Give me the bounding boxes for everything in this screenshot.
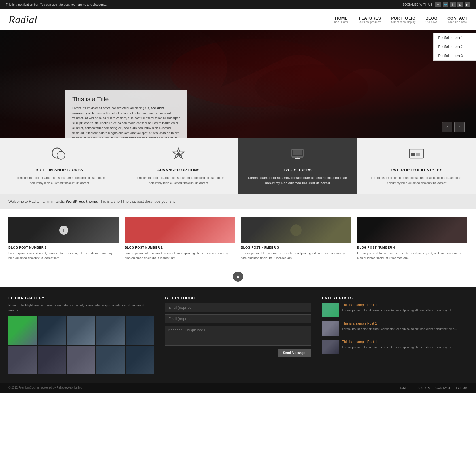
flickr-thumb-9[interactable] (96, 346, 125, 374)
hero-slider: This is a Title Lorem ipsum dolor sit am… (0, 30, 476, 138)
latest-post-1: This is a sample Post 1 Lorem ipsum dolo… (322, 303, 468, 317)
welcome-text: Welcome to Radial - a minimalistic WordP… (8, 199, 177, 204)
latest-post-1-content: This is a sample Post 1 Lorem ipsum dolo… (342, 303, 457, 317)
notification-bar: This is a notification bar. You can use … (0, 0, 476, 9)
blog-post-1-plus-icon: + (59, 226, 68, 235)
flickr-thumb-7[interactable] (38, 346, 66, 374)
feature-sliders: TWO SLIDERS Lorem ipsum dolor sit amet, … (238, 138, 357, 194)
latest-post-2-title[interactable]: This is a sample Post 1 (342, 321, 457, 325)
nav-features-label: FEATURES (359, 16, 381, 20)
flickr-thumb-10[interactable] (126, 346, 154, 374)
nav-blog-label: BLOG (425, 16, 437, 20)
contact-form: Send Message (165, 303, 311, 349)
welcome-bold: WordPress theme (66, 199, 97, 204)
email-social-icon[interactable]: ✉ (435, 2, 441, 7)
nav-contact-sub: Drop us a note (447, 20, 468, 24)
hero-title: This is a Title (72, 96, 180, 103)
footer-copyright: © 2012 PremiumCoding | powered by Reliab… (8, 386, 82, 389)
hero-link[interactable]: ullamcorper (120, 136, 136, 138)
latest-post-1-title[interactable]: This is a sample Post 1 (342, 303, 457, 307)
flickr-thumb-2[interactable] (38, 316, 66, 345)
options-icon: new! (126, 147, 231, 164)
scroll-up-button[interactable]: ▲ (233, 272, 243, 282)
nav-features-sub: Our best products (359, 20, 381, 24)
footer-nav-home[interactable]: HOME (398, 386, 408, 389)
nav-home[interactable]: HOME Back Home (334, 16, 349, 24)
latest-post-3-thumb[interactable] (322, 340, 339, 354)
svg-point-3 (57, 151, 65, 159)
blog-post-4: BLOG POST NUMBER 4 Lorem ipsum dolor sit… (357, 217, 468, 260)
notification-text: This is a notification bar. You can use … (6, 3, 107, 6)
blog-post-2: BLOG POST NUMBER 2 Lorem ipsum dolor sit… (125, 217, 235, 260)
latest-post-1-text: Lorem ipsum dolor sit amet, consectetuer… (342, 308, 457, 313)
latest-post-2-text: Lorem ipsum dolor sit amet, consectetuer… (342, 327, 457, 331)
footer-nav-forum[interactable]: FORUM (456, 386, 468, 389)
send-message-button[interactable]: Send Message (278, 349, 311, 357)
nav-contact[interactable]: CONTACT Drop us a note (447, 16, 468, 24)
latest-post-2-thumb[interactable] (322, 321, 339, 336)
blog-post-3-decoration (241, 217, 351, 243)
youtube-social-icon[interactable]: ▶ (465, 2, 470, 7)
flickr-thumb-8[interactable] (67, 346, 95, 374)
welcome-banner: Welcome to Radial - a minimalistic WordP… (0, 194, 476, 209)
rss-social-icon[interactable]: ⊞ (457, 2, 463, 7)
latest-post-2-content: This is a sample Post 1 Lorem ipsum dolo… (342, 321, 457, 336)
shortcodes-title: BUILT IN SHORTCODES (7, 168, 112, 172)
contact-email2-input[interactable] (165, 314, 311, 323)
portfolio-item-2[interactable]: Portfolio Item 2 (434, 42, 476, 51)
blog-post-2-image[interactable] (125, 217, 235, 243)
site-footer: FLICKR GALLERY Hover to highlight images… (0, 287, 476, 383)
options-title: ADVANCED OPTIONS (126, 168, 231, 172)
footer-nav-features[interactable]: FEATURES (413, 386, 430, 389)
portfolio-item-1[interactable]: Portfolio Item 1 (434, 33, 476, 42)
flickr-thumb-3[interactable] (67, 316, 95, 345)
latest-post-1-thumb[interactable] (322, 303, 339, 317)
feature-options: new! ADVANCED OPTIONS Lorem ipsum dolor … (119, 138, 238, 194)
svg-point-15 (290, 224, 302, 236)
footer-nav-contact[interactable]: CONTACT (435, 386, 450, 389)
nav-blog-sub: Our news (425, 20, 437, 24)
nav-features[interactable]: FEATURES Our best products (359, 16, 381, 24)
flickr-thumb-1[interactable] (8, 316, 37, 345)
blog-post-4-title: BLOG POST NUMBER 4 (357, 246, 468, 249)
flickr-thumb-5[interactable] (126, 316, 154, 345)
blog-post-4-image[interactable] (357, 217, 468, 243)
blog-post-1-image[interactable]: + (8, 217, 119, 243)
portfolio-item-3[interactable]: Portfolio Item 3 (434, 51, 476, 60)
nav-portfolio-sub: Our stuff on display (391, 20, 415, 24)
options-text: Lorem ipsum dolor sit amet, consectetuer… (126, 175, 231, 185)
flickr-thumb-6[interactable] (8, 346, 37, 374)
site-logo[interactable]: Radial (8, 13, 37, 26)
contact-message-input[interactable] (165, 326, 311, 346)
scroll-up-section: ▲ (0, 269, 476, 287)
social-icons-group: SOCIALIZE WITH US: ✉ 🐦 f ⊞ ▶ (402, 2, 470, 7)
latest-post-3-text: Lorem ipsum dolor sit amet, consectetuer… (342, 345, 457, 350)
contact-section: GET IN TOUCH Send Message (165, 296, 311, 374)
latest-posts-section: LATEST POSTS This is a sample Post 1 Lor… (322, 296, 468, 374)
feature-portfolio: TWO PORTFOLIO STYLES Lorem ipsum dolor s… (357, 138, 476, 194)
twitter-social-icon[interactable]: 🐦 (443, 2, 448, 7)
latest-post-3: This is a sample Post 1 Lorem ipsum dolo… (322, 340, 468, 354)
sliders-icon (245, 147, 350, 164)
flickr-title: FLICKR GALLERY (8, 296, 154, 300)
blog-post-1-text: Lorem ipsum dolor sit amet, consectetur … (8, 251, 119, 260)
nav-contact-label: CONTACT (447, 16, 468, 20)
blog-post-3: BLOG POST NUMBER 3 Lorem ipsum dolor sit… (241, 217, 351, 260)
flickr-thumb-4[interactable] (96, 316, 125, 345)
shortcodes-text: Lorem ipsum dolor sit amet, consectetuer… (7, 175, 112, 185)
svg-text:new!: new! (176, 153, 182, 156)
contact-email-input[interactable] (165, 303, 311, 312)
shortcodes-icon (7, 147, 112, 164)
hero-prev-button[interactable]: ‹ (442, 122, 452, 132)
blog-grid: + BLOG POST NUMBER 1 Lorem ipsum dolor s… (8, 217, 468, 260)
nav-portfolio[interactable]: PORTFOLIO Our stuff on display (391, 16, 415, 24)
latest-post-3-title[interactable]: This is a sample Post 1 (342, 340, 457, 344)
hero-next-button[interactable]: › (454, 122, 465, 132)
blog-post-2-title: BLOG POST NUMBER 2 (125, 246, 235, 249)
portfolio-styles-text: Lorem ipsum dolor sit amet, consectetuer… (364, 175, 469, 185)
blog-post-3-image[interactable] (241, 217, 351, 243)
nav-blog[interactable]: BLOG Our news (425, 16, 437, 24)
facebook-social-icon[interactable]: f (450, 2, 456, 7)
nav-home-sub: Back Home (334, 20, 349, 24)
latest-post-3-content: This is a sample Post 1 Lorem ipsum dolo… (342, 340, 457, 354)
